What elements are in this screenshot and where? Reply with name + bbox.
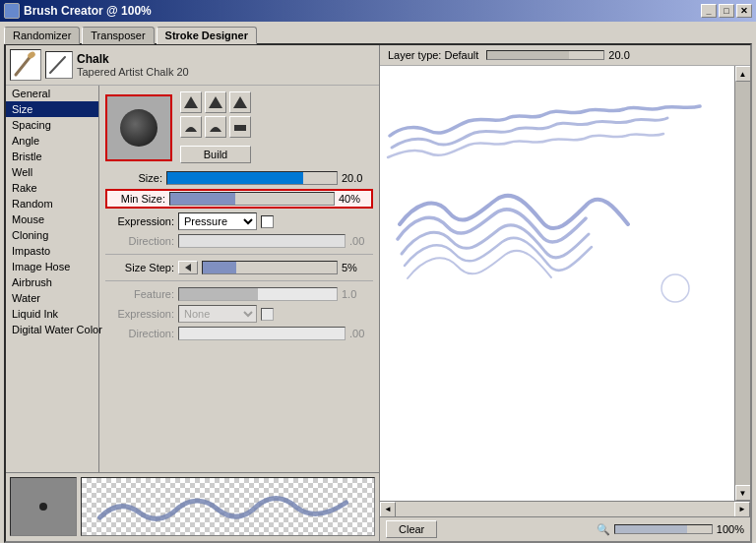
cat-random[interactable]: Random xyxy=(6,196,98,211)
cat-well[interactable]: Well xyxy=(6,164,98,180)
direction-row: Direction: .00 xyxy=(105,234,373,248)
min-size-label: Min Size: xyxy=(108,193,165,205)
feature-value: 1.0 xyxy=(342,288,373,300)
canvas-container: ▲ ▼ xyxy=(380,66,750,501)
size-slider[interactable] xyxy=(166,171,338,185)
scroll-left-button[interactable]: ◄ xyxy=(380,502,396,517)
cat-airbrush[interactable]: Airbrush xyxy=(6,274,98,290)
svg-point-6 xyxy=(662,274,689,302)
expression2-row: Expression: None xyxy=(105,305,373,323)
title-text: Brush Creator @ 100% xyxy=(24,4,152,18)
brush-preview-box xyxy=(105,94,172,161)
scroll-right-button[interactable]: ► xyxy=(734,502,750,517)
feature-slider xyxy=(178,287,338,301)
app-icon xyxy=(4,3,20,19)
direction2-slider xyxy=(178,327,346,340)
tab-bar: Randomizer Transposer Stroke Designer xyxy=(0,22,756,43)
left-panel: Chalk Tapered Artist Chalk 20 General Si… xyxy=(6,45,380,541)
cat-water[interactable]: Water xyxy=(6,290,98,306)
right-panel: Layer type: Default 20.0 xyxy=(380,45,750,541)
close-button[interactable]: ✕ xyxy=(736,4,752,18)
expression-row: Expression: Pressure None Velocity Direc… xyxy=(105,212,373,230)
shape-btn-5[interactable] xyxy=(205,116,226,138)
shape-btn-2[interactable] xyxy=(205,91,226,113)
shape-btn-6[interactable] xyxy=(229,116,251,138)
expression-label: Expression: xyxy=(105,215,174,227)
tab-transposer[interactable]: Transposer xyxy=(82,27,154,44)
cat-impasto[interactable]: Impasto xyxy=(6,243,98,259)
zoom-area: 🔍 100% xyxy=(597,523,744,536)
expression2-select: None xyxy=(178,305,257,323)
size-step-row: Size Step: 5% xyxy=(105,261,373,274)
cat-mouse[interactable]: Mouse xyxy=(6,211,98,227)
size-step-slider[interactable] xyxy=(202,261,338,274)
preview-canvas-strip xyxy=(81,477,375,536)
expression2-label: Expression: xyxy=(105,308,174,320)
preview-thumb-dot xyxy=(10,477,77,536)
maximize-button[interactable]: □ xyxy=(719,4,734,18)
cat-size[interactable]: Size xyxy=(6,101,98,117)
zoom-slider[interactable] xyxy=(614,524,713,534)
size-value: 20.0 xyxy=(342,172,373,184)
settings-panel: Build Size: 20.0 Min Size: xyxy=(99,86,379,472)
brush-preview-area: Build xyxy=(105,91,373,163)
brush-category: Chalk xyxy=(77,52,189,66)
cat-image-hose[interactable]: Image Hose xyxy=(6,259,98,274)
scroll-down-button[interactable]: ▼ xyxy=(735,485,751,501)
min-size-slider[interactable] xyxy=(169,192,335,206)
cat-general[interactable]: General xyxy=(6,86,98,101)
size-step-value: 5% xyxy=(342,262,373,273)
build-button[interactable]: Build xyxy=(180,146,251,163)
step-left-btn[interactable] xyxy=(178,261,198,274)
main-window: Randomizer Transposer Stroke Designer xyxy=(0,22,756,543)
expression2-checkbox xyxy=(261,308,274,321)
layer-type-bar: Layer type: Default 20.0 xyxy=(380,45,750,66)
tab-randomizer[interactable]: Randomizer xyxy=(4,27,80,44)
clear-button[interactable]: Clear xyxy=(386,520,437,538)
scroll-up-button[interactable]: ▲ xyxy=(735,66,751,82)
cat-spacing[interactable]: Spacing xyxy=(6,117,98,133)
canvas-scrollbar-right: ▲ ▼ xyxy=(734,66,750,501)
scroll-track-right[interactable] xyxy=(735,82,750,485)
zoom-icon: 🔍 xyxy=(597,523,610,536)
minimize-button[interactable]: _ xyxy=(701,4,717,18)
shape-btn-1[interactable] xyxy=(180,91,202,113)
direction-slider[interactable] xyxy=(178,234,346,248)
canvas-area[interactable] xyxy=(380,66,734,501)
expression-select[interactable]: Pressure None Velocity Direction Tilt xyxy=(178,212,257,230)
svg-marker-1 xyxy=(184,96,198,108)
shape-btn-4[interactable] xyxy=(180,116,202,138)
content-area: Chalk Tapered Artist Chalk 20 General Si… xyxy=(4,43,752,543)
bottom-bar: Clear 🔍 100% xyxy=(380,516,750,541)
cat-angle[interactable]: Angle xyxy=(6,133,98,149)
cat-liquid-ink[interactable]: Liquid Ink xyxy=(6,306,98,322)
cat-rake[interactable]: Rake xyxy=(6,180,98,196)
layer-type-slider[interactable] xyxy=(486,50,604,60)
layer-type-label: Layer type: Default xyxy=(388,49,478,61)
size-row: Size: 20.0 xyxy=(105,171,373,185)
canvas-scrollbar-bottom: ◄ ► xyxy=(380,501,750,516)
size-step-label: Size Step: xyxy=(105,262,174,273)
svg-rect-4 xyxy=(234,125,246,131)
cat-bristle[interactable]: Bristle xyxy=(6,149,98,164)
brush-icon-primary xyxy=(10,49,41,81)
divider-2 xyxy=(105,280,373,281)
expression-checkbox[interactable] xyxy=(261,215,274,228)
layer-type-slider-area: 20.0 xyxy=(486,49,742,61)
brush-header: Chalk Tapered Artist Chalk 20 xyxy=(6,45,379,86)
direction2-value: .00 xyxy=(349,328,373,339)
direction-value: .00 xyxy=(349,235,373,247)
shape-btn-3[interactable] xyxy=(229,91,251,113)
divider-1 xyxy=(105,254,373,255)
min-size-row: Min Size: 40% xyxy=(105,189,373,209)
tab-stroke-designer[interactable]: Stroke Designer xyxy=(157,27,257,44)
layer-type-value: 20.0 xyxy=(608,49,629,61)
cat-digital-water-color[interactable]: Digital Water Color xyxy=(6,322,98,337)
zoom-value: 100% xyxy=(717,523,744,535)
size-label: Size: xyxy=(105,172,162,184)
min-size-value: 40% xyxy=(339,193,370,205)
cat-cloning[interactable]: Cloning xyxy=(6,227,98,243)
brush-name-area: Chalk Tapered Artist Chalk 20 xyxy=(77,52,189,78)
brush-circle xyxy=(120,109,158,147)
brush-full-name: Tapered Artist Chalk 20 xyxy=(77,66,189,78)
